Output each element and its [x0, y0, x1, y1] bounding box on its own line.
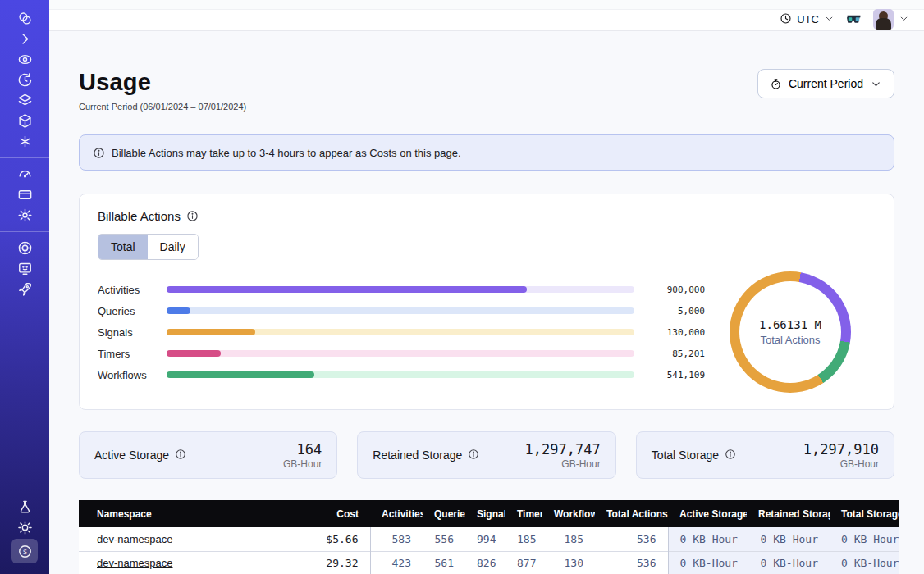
bar-fill	[167, 308, 190, 314]
page-title: Usage	[79, 69, 246, 96]
timezone-selector[interactable]: UTC	[780, 12, 835, 27]
namespace-usage-table: NamespaceCostActivitiesQueriesSignalsTim…	[79, 500, 894, 574]
user-avatar	[873, 9, 894, 30]
total-storage-card: Total Storage1,297,910GB-Hour	[636, 431, 894, 479]
bar-track	[167, 308, 634, 314]
chevron-down-icon	[870, 78, 882, 90]
billable-actions-card: Billable Actions TotalDaily Activities90…	[79, 194, 894, 410]
clock-icon	[780, 12, 792, 27]
column-header-cost: Cost	[282, 500, 370, 527]
total-actions-donut-chart: 1.66131 M Total Actions	[730, 271, 851, 393]
bar-track	[167, 350, 634, 357]
actions-cell: 185	[542, 527, 595, 551]
sidebar-divider	[0, 157, 49, 158]
user-menu[interactable]	[873, 9, 909, 30]
actions-cell: 556	[423, 527, 465, 551]
chevron-down-icon	[899, 12, 909, 27]
bar-label: Signals	[98, 326, 167, 339]
bar-fill	[167, 286, 527, 293]
billing-icon[interactable]	[10, 185, 39, 204]
actions-cell: 561	[423, 551, 465, 574]
info-icon	[93, 147, 105, 159]
labs-flask-icon[interactable]	[10, 498, 39, 517]
schedules-icon[interactable]	[10, 71, 39, 89]
actions-cell: 130	[542, 551, 595, 574]
getting-started-rocket-icon[interactable]	[10, 280, 39, 298]
storage-cell: 0 KB-Hour	[747, 551, 830, 574]
tab-total[interactable]: Total	[98, 235, 148, 259]
info-banner-text: Billable Actions may take up to 3-4 hour…	[112, 147, 461, 159]
billable-actions-tab-group: TotalDaily	[98, 234, 199, 260]
info-icon[interactable]	[186, 210, 199, 222]
info-icon[interactable]	[725, 449, 736, 462]
nexus-icon[interactable]	[10, 132, 39, 151]
actions-cell: 536	[595, 527, 668, 551]
storage-cell: 0 KB-Hour	[747, 527, 830, 551]
active-storage-card: Active Storage164GB-Hour	[79, 431, 337, 479]
column-header-activities: Activities	[370, 500, 423, 527]
actions-cell: 423	[370, 551, 423, 574]
storage-value: 1,297,747	[525, 441, 601, 458]
timezone-label: UTC	[797, 13, 819, 25]
bar-value: 541,109	[634, 370, 705, 380]
bar-value: 900,000	[634, 285, 705, 295]
namespace-link[interactable]: dev-namespace	[97, 557, 173, 569]
namespace-link[interactable]: dev-namespace	[97, 533, 173, 545]
bar-track	[167, 371, 634, 378]
total-actions-value: 1.66131 M	[759, 318, 821, 331]
temporal-logo-icon[interactable]	[10, 9, 39, 28]
bar-fill	[167, 350, 221, 357]
column-header-workflows: Workflows	[542, 500, 595, 527]
left-navigation-rail: $	[0, 0, 49, 574]
storage-card-label: Active Storage	[94, 449, 169, 462]
info-banner: Billable Actions may take up to 3-4 hour…	[79, 134, 894, 171]
stopwatch-icon	[770, 78, 782, 90]
deployments-icon[interactable]	[10, 112, 39, 130]
billable-actions-title: Billable Actions	[98, 209, 181, 223]
cost-cell: $5.66	[282, 527, 370, 551]
column-header-retained-storage: Retained Storage	[747, 500, 830, 527]
column-header-total-storage: Total Storage	[830, 500, 899, 527]
period-dropdown-label: Current Period	[789, 77, 863, 90]
bar-track	[167, 329, 634, 335]
actions-cell: 826	[465, 551, 505, 574]
column-header-queries: Queries	[423, 500, 465, 527]
theme-sun-icon[interactable]	[10, 518, 39, 537]
info-icon[interactable]	[175, 449, 186, 462]
bar-label: Timers	[98, 348, 167, 360]
donut-center: 1.66131 M Total Actions	[739, 281, 841, 383]
column-header-total-actions: Total Actions	[595, 500, 668, 527]
bar-value: 130,000	[634, 327, 705, 338]
bar-label: Workflows	[98, 369, 167, 381]
actions-cell: 583	[370, 527, 423, 551]
feedback-icon[interactable]	[10, 259, 39, 278]
namespaces-icon[interactable]	[10, 50, 39, 69]
period-dropdown-button[interactable]: Current Period	[757, 69, 894, 98]
storage-value: 164	[283, 441, 322, 458]
storage-value: 1,297,910	[803, 441, 879, 458]
actions-cell: 994	[465, 527, 505, 551]
glasses-icon[interactable]	[846, 11, 862, 27]
layers-icon[interactable]	[10, 91, 39, 110]
storage-cell: 0 KB-Hour	[830, 527, 899, 551]
column-header-namespace: Namespace	[79, 500, 282, 527]
expand-sidebar-icon[interactable]	[10, 30, 39, 48]
bar-row-signals: Signals130,000	[98, 321, 705, 343]
bar-value: 5,000	[634, 306, 705, 317]
column-header-timers: Timers	[505, 500, 542, 527]
actions-cell: 536	[595, 551, 668, 574]
bar-fill	[167, 329, 255, 335]
bar-row-workflows: Workflows541,109	[98, 364, 705, 385]
support-icon[interactable]	[10, 239, 39, 257]
actions-cell: 877	[505, 551, 542, 574]
pricing-coin-icon[interactable]: $	[11, 539, 38, 563]
column-header-signals: Signals	[465, 500, 505, 527]
info-icon[interactable]	[468, 449, 479, 462]
table-row: dev-namespace$5.665835569941851855360 KB…	[79, 527, 899, 551]
retained-storage-card: Retained Storage1,297,747GB-Hour	[357, 431, 615, 479]
settings-gear-icon[interactable]	[10, 206, 39, 225]
usage-icon[interactable]	[10, 165, 39, 184]
storage-unit: GB-Hour	[283, 458, 322, 470]
total-actions-label: Total Actions	[761, 334, 821, 346]
tab-daily[interactable]: Daily	[148, 235, 198, 259]
